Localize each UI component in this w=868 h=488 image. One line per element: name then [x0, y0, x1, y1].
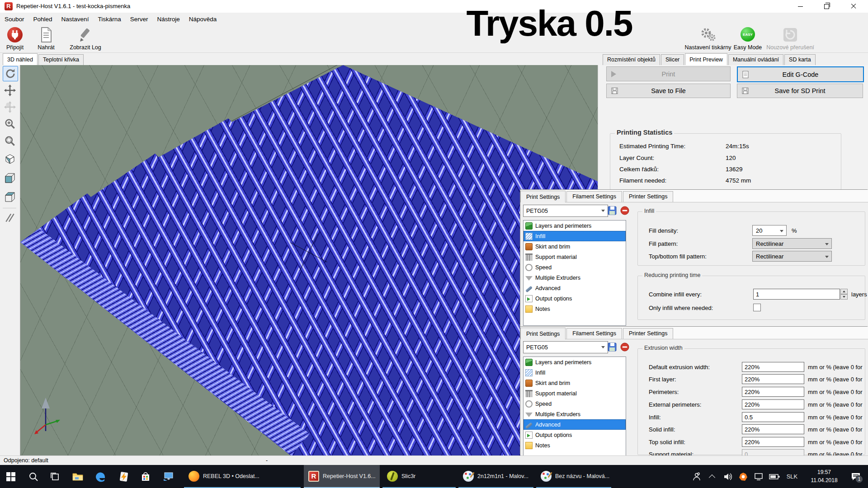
search-button[interactable] [23, 465, 44, 488]
tab-print-settings[interactable]: Print Settings [520, 328, 566, 339]
infill-width-input[interactable] [742, 412, 804, 422]
edge-button[interactable] [90, 465, 111, 488]
tab-slicer[interactable]: Slicer [661, 54, 684, 65]
battery-button[interactable] [767, 465, 782, 488]
printer-settings-button[interactable]: Nastavení tiskárny [680, 26, 736, 52]
volume-button[interactable] [721, 465, 735, 488]
network-button[interactable] [751, 465, 766, 488]
top-bottom-pattern-combo[interactable]: Rectilinear [752, 251, 832, 262]
profile-select[interactable]: PETG05 [523, 205, 608, 217]
parallel-projection-button[interactable] [3, 211, 17, 225]
tab-filament-settings[interactable]: Filament Settings [566, 328, 622, 339]
close-button[interactable] [843, 0, 864, 13]
menu-server[interactable]: Server [126, 13, 153, 25]
list-item-skirt[interactable]: Skirt and brim [524, 378, 626, 388]
combine-infill-input[interactable] [753, 289, 840, 300]
store-button[interactable] [135, 465, 156, 488]
restore-button[interactable] [816, 0, 837, 13]
taskbar-app-firefox[interactable]: REBEL 3D • Odeslat... [184, 465, 301, 488]
winamp-button[interactable] [113, 465, 135, 488]
list-item-infill[interactable]: Infill [524, 367, 626, 378]
list-item-speed[interactable]: Speed [524, 399, 626, 409]
show-log-button[interactable]: Zobrazit Log [66, 26, 105, 52]
fill-density-combo[interactable]: 20 [752, 225, 787, 236]
taskbar-app-repetier[interactable]: R Repetier-Host V1.6... [304, 465, 380, 488]
delete-profile-button[interactable] [619, 205, 631, 216]
load-button[interactable]: Nahrát [34, 26, 58, 52]
list-item-advanced[interactable]: Advanced [524, 283, 626, 293]
taskbar-app-paint-1[interactable]: 2n12m1n1 - Malov... [458, 465, 533, 488]
top-solid-infill-input[interactable] [742, 437, 804, 447]
file-explorer-button[interactable] [67, 465, 89, 488]
list-item-notes[interactable]: Notes [524, 304, 626, 314]
list-item-output[interactable]: Output options [524, 430, 626, 440]
list-item-speed[interactable]: Speed [524, 262, 626, 272]
connect-button[interactable]: Připojit [2, 26, 28, 52]
menu-nastroje[interactable]: Nástroje [152, 13, 184, 25]
menu-napoveda[interactable]: Nápověda [184, 13, 222, 25]
menu-tiskarna[interactable]: Tiskárna [93, 13, 125, 25]
clock[interactable]: 19:57 11.04.2018 [804, 465, 844, 488]
isometric-view-button[interactable] [3, 152, 17, 166]
tray-expand-button[interactable] [705, 465, 719, 488]
default-extrusion-input[interactable] [742, 362, 804, 372]
solid-infill-input[interactable] [742, 424, 804, 434]
save-for-sd-button[interactable]: Save for SD Print [737, 84, 863, 98]
zoom-in-button[interactable] [3, 117, 17, 131]
perimeters-input[interactable] [742, 387, 804, 397]
save-profile-button[interactable] [606, 205, 618, 216]
delete-profile-button[interactable] [619, 341, 631, 352]
tab-printer-settings[interactable]: Printer Settings [623, 328, 673, 339]
list-item-output[interactable]: Output options [524, 293, 626, 304]
list-item-skirt[interactable]: Skirt and brim [524, 241, 626, 252]
minimize-button[interactable] [790, 0, 811, 13]
task-view-button[interactable] [44, 465, 66, 488]
rotate-view-button[interactable] [3, 66, 18, 81]
menu-soubor[interactable]: Soubor [0, 13, 29, 25]
list-item-notes[interactable]: Notes [524, 440, 626, 450]
edit-gcode-button[interactable]: Edit G-Code [737, 66, 864, 82]
list-item-layers[interactable]: Layers and perimeters [524, 357, 626, 367]
tab-printer-settings[interactable]: Printer Settings [623, 191, 673, 202]
combine-infill-spinner[interactable] [840, 289, 848, 300]
tab-manual-control[interactable]: Manuální ovládání [728, 54, 783, 65]
3d-viewport[interactable] [20, 65, 598, 455]
start-button[interactable] [0, 465, 22, 488]
list-item-support[interactable]: Support material [524, 388, 626, 399]
save-to-file-button[interactable]: Save to File [606, 84, 731, 98]
tab-print-settings[interactable]: Print Settings [520, 191, 566, 202]
list-item-advanced[interactable]: Advanced [524, 419, 626, 430]
list-item-support[interactable]: Support material [524, 252, 626, 262]
list-item-layers[interactable]: Layers and perimeters [524, 221, 626, 231]
front-view-button[interactable] [3, 171, 17, 185]
people-button[interactable] [688, 465, 703, 488]
tab-temperature-curve[interactable]: Teplotní křivka [38, 54, 84, 65]
menu-nastaveni[interactable]: Nastavení [57, 13, 94, 25]
tab-print-preview[interactable]: Print Preview [685, 53, 727, 65]
menu-pohled[interactable]: Pohled [29, 13, 57, 25]
move-view-button[interactable] [3, 83, 17, 98]
unit-hint: mm or % (leave 0 for [808, 389, 863, 395]
remote-desktop-button[interactable] [157, 465, 179, 488]
list-item-infill[interactable]: Infill [524, 231, 626, 241]
tab-object-placement[interactable]: Rozmístění objektů [603, 54, 660, 65]
top-view-button[interactable] [3, 190, 17, 204]
avast-tray-button[interactable] [736, 465, 750, 488]
save-profile-button[interactable] [606, 341, 618, 352]
list-item-extruders[interactable]: Multiple Extruders [524, 272, 626, 283]
taskbar-app-slic3r[interactable]: Slic3r [382, 465, 456, 488]
tab-sd-card[interactable]: SD karta [784, 54, 816, 65]
easy-mode-button[interactable]: EASY Easy Mode [733, 26, 762, 52]
list-item-extruders[interactable]: Multiple Extruders [524, 409, 626, 419]
action-center-button[interactable]: 1 [846, 465, 865, 488]
external-perimeters-input[interactable] [742, 399, 804, 409]
taskbar-app-paint-2[interactable]: Bez názvu - Malová... [536, 465, 611, 488]
language-indicator[interactable]: SLK [783, 465, 801, 488]
profile-select[interactable]: PETG05 [523, 341, 608, 353]
only-infill-checkbox[interactable] [753, 304, 761, 311]
zoom-fit-button[interactable] [3, 134, 17, 148]
first-layer-input[interactable] [742, 374, 804, 384]
tab-3d-view[interactable]: 3D náhled [3, 53, 38, 65]
fill-pattern-combo[interactable]: Rectilinear [752, 238, 832, 249]
tab-filament-settings[interactable]: Filament Settings [566, 191, 622, 202]
